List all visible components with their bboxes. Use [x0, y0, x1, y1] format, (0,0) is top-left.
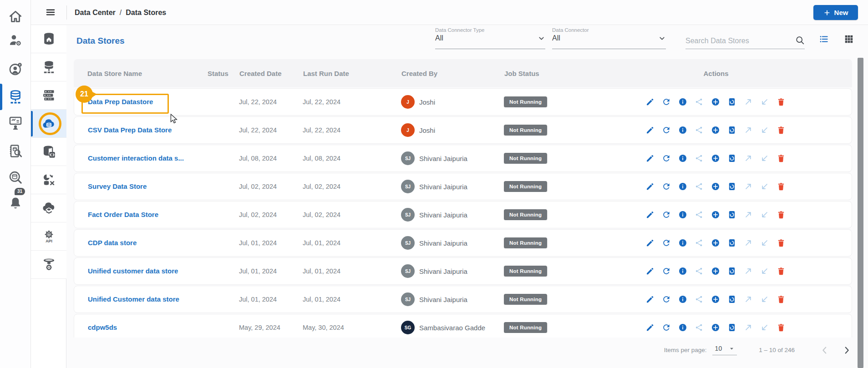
export-icon[interactable] — [744, 126, 753, 135]
edit-icon[interactable] — [645, 295, 655, 304]
refresh-icon[interactable] — [662, 182, 671, 191]
delete-icon[interactable] — [777, 126, 786, 135]
restore-icon[interactable] — [727, 267, 736, 276]
add-icon[interactable] — [711, 210, 720, 219]
datastore-name-link[interactable]: cdpw5ds — [88, 323, 117, 331]
datastore-name-link[interactable]: CDP data store — [88, 239, 137, 247]
refresh-icon[interactable] — [662, 323, 671, 332]
info-icon[interactable] — [678, 210, 687, 219]
restore-icon[interactable] — [727, 154, 736, 163]
import-icon[interactable] — [760, 154, 769, 163]
edit-icon[interactable] — [645, 210, 655, 219]
share-icon[interactable] — [695, 267, 704, 276]
datastore-name-link[interactable]: Unified Customer data store — [88, 295, 179, 303]
restore-icon[interactable] — [727, 182, 736, 191]
items-per-page-select[interactable]: 10 — [712, 345, 737, 355]
import-icon[interactable] — [760, 323, 769, 332]
restore-icon[interactable] — [727, 126, 736, 135]
new-button[interactable]: New — [813, 5, 858, 20]
subsidebar-item-data-store-scripts[interactable] — [31, 138, 66, 166]
delete-icon[interactable] — [777, 295, 786, 304]
subsidebar-item-cloud-layers[interactable] — [31, 194, 66, 222]
refresh-icon[interactable] — [662, 154, 671, 163]
share-icon[interactable] — [695, 323, 704, 332]
info-icon[interactable] — [678, 182, 687, 191]
breadcrumb-data-stores[interactable]: Data Stores — [126, 9, 166, 17]
info-icon[interactable] — [678, 238, 687, 247]
import-icon[interactable] — [760, 267, 769, 276]
subsidebar-item-data-servers[interactable] — [31, 81, 66, 110]
refresh-icon[interactable] — [662, 238, 671, 247]
breadcrumb-data-center[interactable]: Data Center — [75, 9, 116, 17]
delete-icon[interactable] — [777, 238, 786, 247]
refresh-icon[interactable] — [662, 267, 671, 276]
edit-icon[interactable] — [645, 323, 655, 332]
datastore-name-link[interactable]: Survey Data Store — [88, 182, 147, 190]
info-icon[interactable] — [678, 323, 687, 332]
delete-icon[interactable] — [777, 267, 786, 276]
refresh-icon[interactable] — [662, 295, 671, 304]
sidebar-item-user-security[interactable] — [0, 57, 31, 81]
sidebar-item-home[interactable] — [0, 5, 31, 28]
export-icon[interactable] — [744, 97, 753, 106]
edit-icon[interactable] — [645, 126, 655, 135]
refresh-icon[interactable] — [662, 97, 671, 106]
restore-icon[interactable] — [727, 238, 736, 247]
add-icon[interactable] — [711, 182, 720, 191]
next-page-button[interactable] — [842, 345, 852, 355]
info-icon[interactable] — [678, 154, 687, 163]
sidebar-item-audit-logs[interactable] — [0, 139, 31, 163]
datastore-name-link[interactable]: Unified customer data store — [88, 267, 178, 275]
datastore-name-link[interactable]: CSV Data Prep Data Store — [88, 126, 172, 134]
import-icon[interactable] — [760, 295, 769, 304]
refresh-icon[interactable] — [662, 126, 671, 135]
add-icon[interactable] — [711, 323, 720, 332]
share-icon[interactable] — [695, 154, 704, 163]
share-icon[interactable] — [695, 126, 704, 135]
list-view-toggle[interactable] — [819, 34, 829, 44]
datastore-name-link[interactable]: Data Prep Datastore — [88, 98, 153, 106]
delete-icon[interactable] — [777, 210, 786, 219]
subsidebar-item-data-transform[interactable] — [31, 166, 66, 194]
export-icon[interactable] — [744, 182, 753, 191]
import-icon[interactable] — [760, 210, 769, 219]
delete-icon[interactable] — [777, 323, 786, 332]
add-icon[interactable] — [711, 295, 720, 304]
data-connector-filter[interactable]: Data Connector All — [552, 27, 666, 49]
import-icon[interactable] — [760, 238, 769, 247]
share-icon[interactable] — [695, 97, 704, 106]
subsidebar-item-data-center-home[interactable] — [31, 25, 66, 53]
info-icon[interactable] — [678, 97, 687, 106]
export-icon[interactable] — [744, 295, 753, 304]
data-connector-type-filter[interactable]: Data Connector Type All — [435, 27, 545, 49]
export-icon[interactable] — [744, 323, 753, 332]
add-icon[interactable] — [711, 267, 720, 276]
restore-icon[interactable] — [727, 295, 736, 304]
info-icon[interactable] — [678, 126, 687, 135]
sidebar-item-notifications[interactable]: 31 — [0, 192, 31, 215]
hamburger-menu-icon[interactable] — [45, 7, 56, 18]
sidebar-item-user-settings[interactable] — [0, 28, 31, 52]
grid-view-toggle[interactable] — [844, 34, 854, 44]
refresh-icon[interactable] — [662, 210, 671, 219]
search-input[interactable]: Search Data Stores — [685, 27, 805, 49]
sidebar-item-data-sources[interactable] — [0, 85, 31, 109]
delete-icon[interactable] — [777, 182, 786, 191]
share-icon[interactable] — [695, 295, 704, 304]
datastore-name-link[interactable]: Fact Order Data Store — [88, 211, 158, 218]
datastore-name-link[interactable]: Customer interaction data s... — [88, 154, 184, 162]
share-icon[interactable] — [695, 210, 704, 219]
add-icon[interactable] — [711, 97, 720, 106]
restore-icon[interactable] — [727, 323, 736, 332]
subsidebar-item-data-funnel[interactable] — [31, 251, 66, 279]
export-icon[interactable] — [744, 238, 753, 247]
delete-icon[interactable] — [777, 97, 786, 106]
edit-icon[interactable] — [645, 97, 655, 106]
subsidebar-item-cloud-data-stores[interactable] — [31, 110, 66, 138]
share-icon[interactable] — [695, 182, 704, 191]
import-icon[interactable] — [760, 97, 769, 106]
sidebar-item-training[interactable] — [0, 111, 31, 135]
export-icon[interactable] — [744, 154, 753, 163]
previous-page-button[interactable] — [820, 345, 830, 355]
import-icon[interactable] — [760, 126, 769, 135]
